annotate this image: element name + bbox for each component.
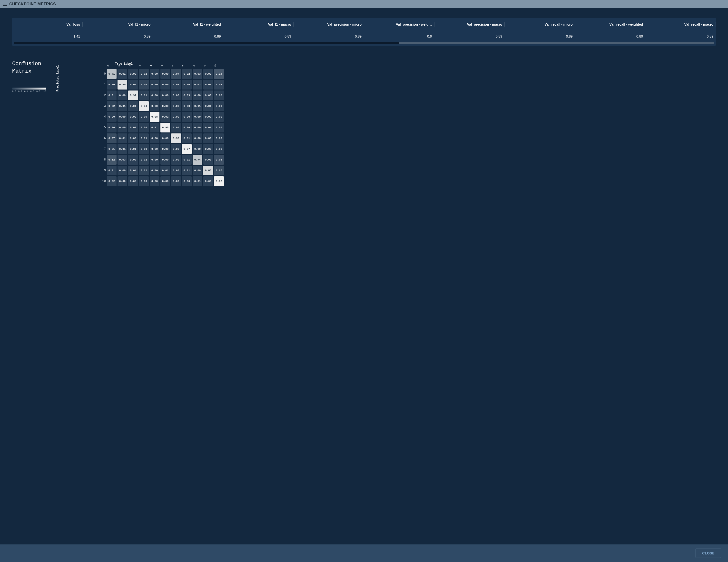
cm-cell: 0.00 — [160, 133, 170, 143]
cm-scale-ticks: 0.00.20.40.60.81.0 — [12, 90, 46, 93]
cm-cell: 0.00 — [203, 123, 213, 132]
cm-cell: 0.01 — [118, 101, 127, 111]
cm-cell: 0.02 — [139, 69, 149, 79]
cm-cell: 0.04 — [139, 80, 149, 89]
metrics-column-header[interactable]: Val_recall - weighted — [575, 18, 646, 31]
cm-cell: 0.03 — [214, 80, 224, 89]
cm-cell: 0.02 — [139, 155, 149, 165]
cm-row-label: 7 — [101, 147, 106, 151]
cm-cell: 0.92 — [128, 90, 138, 100]
page-title: CHECKPOINT METRICS — [9, 2, 56, 6]
cm-cell: 0.00 — [150, 90, 159, 100]
metrics-column-header[interactable]: Val_f1 - micro — [83, 18, 153, 31]
cm-cell: 0.00 — [118, 123, 127, 132]
cm-cell: 0.03 — [203, 90, 213, 100]
cm-cell: 0.00 — [160, 144, 170, 154]
cm-scale-tick: 0.2 — [18, 90, 22, 93]
cm-cell: 0.00 — [171, 166, 181, 175]
cm-cell: 0.00 — [139, 144, 149, 154]
metrics-column-header[interactable]: Val_f1 - weighted — [153, 18, 223, 31]
cm-cell: 0.00 — [214, 144, 224, 154]
cm-title: Confusion Matrix — [12, 60, 49, 75]
cm-cell: 0.08 — [214, 155, 224, 165]
cm-cell: 0.01 — [193, 101, 202, 111]
cm-cell: 0.00 — [203, 155, 213, 165]
cm-cell: 0.00 — [203, 133, 213, 143]
cm-cell: 0.00 — [214, 112, 224, 122]
cm-cell: 0.03 — [193, 69, 202, 79]
metrics-value-row: 1.410.890.890.890.890.90.890.890.890.89 — [12, 31, 716, 42]
cm-cell: 0.00 — [150, 133, 159, 143]
cm-cell: 0.00 — [171, 101, 181, 111]
cm-cell: 0.00 — [150, 69, 159, 79]
cm-cell: 0.00 — [128, 69, 138, 79]
cm-cell: 0.00 — [128, 155, 138, 165]
cm-cell: 0.02 — [182, 69, 192, 79]
cm-column-headers: 012345678910 — [107, 63, 716, 68]
cm-cell: 0.94 — [139, 101, 149, 111]
confusion-matrix-section: Confusion Matrix 0.00.20.40.60.81.0 Pred… — [12, 60, 716, 186]
cm-cell: 0.85 — [203, 166, 213, 175]
metrics-cell: 0.89 — [645, 31, 716, 42]
cm-title-line2: Matrix — [12, 68, 31, 74]
cm-cell: 0.00 — [139, 176, 149, 186]
menu-icon[interactable] — [3, 3, 7, 6]
cm-cell: 0.00 — [203, 176, 213, 186]
cm-cell: 0.00 — [150, 80, 159, 89]
cm-cell: 0.00 — [160, 69, 170, 79]
cm-col-label: 10 — [214, 63, 225, 68]
cm-cell: 0.00 — [171, 144, 181, 154]
cm-cell: 0.00 — [171, 112, 181, 122]
cm-cell: 0.00 — [150, 166, 159, 175]
metrics-scrollbar[interactable] — [14, 42, 714, 44]
cm-cell: 0.00 — [118, 112, 127, 122]
content: Val_lossVal_f1 - microVal_f1 - weightedV… — [0, 8, 728, 215]
cm-cell: 0.90 — [118, 80, 127, 89]
cm-cell: 0.01 — [193, 176, 202, 186]
cm-col-label: 3 — [139, 63, 150, 68]
cm-cell: 0.01 — [182, 166, 192, 175]
cm-cell: 0.97 — [214, 176, 224, 186]
cm-rows: 00.710.010.000.020.000.000.070.020.030.0… — [101, 69, 716, 186]
cm-col-label: 5 — [160, 63, 171, 68]
cm-cell: 0.00 — [150, 101, 159, 111]
cm-cell: 0.01 — [171, 80, 181, 89]
metrics-cell: 0.89 — [575, 31, 646, 42]
cm-row-label: 5 — [101, 126, 106, 129]
metrics-column-header[interactable]: Val_precision - macro — [434, 18, 505, 31]
metrics-column-header[interactable]: Val_precision - micro — [294, 18, 364, 31]
metrics-header-row: Val_lossVal_f1 - microVal_f1 - weightedV… — [12, 18, 716, 31]
metrics-column-header[interactable]: Val_recall - micro — [505, 18, 575, 31]
cm-cell: 0.00 — [128, 133, 138, 143]
cm-cell: 0.00 — [171, 155, 181, 165]
cm-cell: 0.12 — [107, 155, 117, 165]
cm-cell: 0.03 — [182, 90, 192, 100]
cm-cell: 0.00 — [139, 112, 149, 122]
metrics-column-header[interactable]: Val_f1 - macro — [223, 18, 294, 31]
cm-cell: 0.00 — [160, 90, 170, 100]
cm-cell: 0.14 — [214, 69, 224, 79]
cm-cell: 0.90 — [171, 133, 181, 143]
cm-col-label: 1 — [118, 63, 128, 68]
cm-cell: 0.01 — [139, 133, 149, 143]
cm-scale-gradient — [12, 88, 46, 89]
metrics-column-header[interactable]: Val_precision - weig… — [364, 18, 434, 31]
metrics-cell: 1.41 — [12, 31, 83, 42]
cm-cell: 0.00 — [160, 176, 170, 186]
metrics-column-header[interactable]: Val_loss — [12, 18, 83, 31]
metrics-column-header[interactable]: Val_recall - macro — [645, 18, 716, 31]
cm-cell: 0.98 — [150, 112, 159, 122]
metrics-cell: 0.89 — [223, 31, 294, 42]
metrics-cell: 0.89 — [153, 31, 223, 42]
close-button[interactable]: CLOSE — [696, 549, 721, 558]
cm-cell: 0.00 — [182, 123, 192, 132]
cm-cell: 0.00 — [182, 101, 192, 111]
metrics-scrollbar-thumb[interactable] — [14, 42, 399, 44]
cm-cell: 0.01 — [107, 90, 117, 100]
predicted-label-axis: Predicted Label — [56, 65, 59, 91]
cm-cell: 0.01 — [128, 144, 138, 154]
cm-row: 00.710.010.000.020.000.000.070.020.030.0… — [101, 69, 716, 79]
cm-cell: 0.01 — [139, 90, 149, 100]
cm-cell: 0.00 — [203, 112, 213, 122]
cm-cell: 0.71 — [107, 69, 117, 79]
